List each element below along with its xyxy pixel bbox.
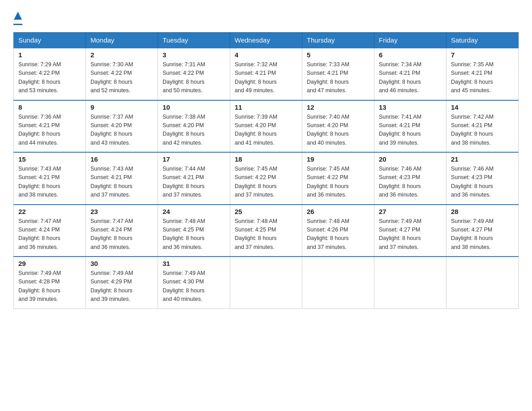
calendar-cell: 4 Sunrise: 7:32 AMSunset: 4:21 PMDayligh… [230, 48, 302, 100]
col-header-tuesday: Tuesday [158, 33, 230, 48]
calendar-cell: 13 Sunrise: 7:41 AMSunset: 4:21 PMDaylig… [374, 100, 446, 153]
day-info: Sunrise: 7:49 AMSunset: 4:28 PMDaylight:… [18, 269, 81, 304]
calendar-cell [230, 257, 302, 308]
day-number: 28 [451, 208, 514, 215]
col-header-friday: Friday [374, 33, 446, 48]
day-info: Sunrise: 7:43 AMSunset: 4:21 PMDaylight:… [90, 165, 153, 200]
calendar-cell [302, 257, 374, 308]
day-info: Sunrise: 7:38 AMSunset: 4:20 PMDaylight:… [163, 113, 225, 148]
day-number: 17 [163, 155, 225, 163]
day-number: 15 [18, 155, 81, 163]
day-info: Sunrise: 7:42 AMSunset: 4:21 PMDaylight:… [451, 113, 514, 148]
day-number: 2 [90, 51, 153, 59]
day-info: Sunrise: 7:37 AMSunset: 4:20 PMDaylight:… [90, 113, 153, 148]
day-info: Sunrise: 7:46 AMSunset: 4:23 PMDaylight:… [379, 165, 442, 200]
calendar-cell: 7 Sunrise: 7:35 AMSunset: 4:21 PMDayligh… [446, 48, 519, 100]
day-number: 13 [379, 103, 442, 111]
day-number: 5 [307, 51, 369, 59]
day-info: Sunrise: 7:30 AMSunset: 4:22 PMDaylight:… [90, 60, 153, 95]
day-info: Sunrise: 7:46 AMSunset: 4:23 PMDaylight:… [451, 165, 514, 200]
calendar-cell: 28 Sunrise: 7:49 AMSunset: 4:27 PMDaylig… [446, 205, 519, 257]
calendar-cell: 24 Sunrise: 7:48 AMSunset: 4:25 PMDaylig… [158, 205, 230, 257]
day-info: Sunrise: 7:45 AMSunset: 4:22 PMDaylight:… [235, 165, 297, 200]
svg-marker-0 [14, 12, 22, 20]
calendar-cell: 26 Sunrise: 7:48 AMSunset: 4:26 PMDaylig… [302, 205, 374, 257]
day-info: Sunrise: 7:39 AMSunset: 4:20 PMDaylight:… [235, 113, 297, 148]
day-number: 18 [235, 155, 297, 163]
day-info: Sunrise: 7:49 AMSunset: 4:27 PMDaylight:… [379, 217, 442, 252]
calendar-cell: 3 Sunrise: 7:31 AMSunset: 4:22 PMDayligh… [158, 48, 230, 100]
day-info: Sunrise: 7:40 AMSunset: 4:20 PMDaylight:… [307, 113, 369, 148]
day-number: 16 [90, 155, 153, 163]
day-info: Sunrise: 7:49 AMSunset: 4:30 PMDaylight:… [163, 269, 225, 304]
calendar-cell: 18 Sunrise: 7:45 AMSunset: 4:22 PMDaylig… [230, 152, 302, 205]
col-header-monday: Monday [86, 33, 158, 48]
week-row-2: 8 Sunrise: 7:36 AMSunset: 4:21 PMDayligh… [14, 100, 519, 153]
day-info: Sunrise: 7:47 AMSunset: 4:24 PMDaylight:… [90, 217, 153, 252]
col-header-sunday: Sunday [14, 33, 86, 48]
calendar-cell: 25 Sunrise: 7:48 AMSunset: 4:25 PMDaylig… [230, 205, 302, 257]
day-info: Sunrise: 7:45 AMSunset: 4:22 PMDaylight:… [307, 165, 369, 200]
day-number: 11 [235, 103, 297, 111]
day-info: Sunrise: 7:32 AMSunset: 4:21 PMDaylight:… [235, 60, 297, 95]
col-header-wednesday: Wednesday [230, 33, 302, 48]
day-info: Sunrise: 7:48 AMSunset: 4:25 PMDaylight:… [235, 217, 297, 252]
calendar-header-row: SundayMondayTuesdayWednesdayThursdayFrid… [14, 33, 519, 48]
calendar-cell: 20 Sunrise: 7:46 AMSunset: 4:23 PMDaylig… [374, 152, 446, 205]
day-number: 14 [451, 103, 514, 111]
day-number: 25 [235, 208, 297, 215]
day-info: Sunrise: 7:31 AMSunset: 4:22 PMDaylight:… [163, 60, 225, 95]
calendar-cell: 5 Sunrise: 7:33 AMSunset: 4:21 PMDayligh… [302, 48, 374, 100]
day-number: 3 [163, 51, 225, 59]
calendar-cell: 30 Sunrise: 7:49 AMSunset: 4:29 PMDaylig… [86, 257, 158, 308]
day-info: Sunrise: 7:29 AMSunset: 4:22 PMDaylight:… [18, 60, 81, 95]
day-number: 19 [307, 155, 369, 163]
calendar-cell [374, 257, 446, 308]
logo-triangle-icon [14, 12, 22, 20]
day-number: 26 [307, 208, 369, 215]
calendar-cell: 23 Sunrise: 7:47 AMSunset: 4:24 PMDaylig… [86, 205, 158, 257]
day-info: Sunrise: 7:43 AMSunset: 4:21 PMDaylight:… [18, 165, 81, 200]
day-info: Sunrise: 7:44 AMSunset: 4:21 PMDaylight:… [163, 165, 225, 200]
day-info: Sunrise: 7:41 AMSunset: 4:21 PMDaylight:… [379, 113, 442, 148]
day-number: 4 [235, 51, 297, 59]
day-info: Sunrise: 7:34 AMSunset: 4:21 PMDaylight:… [379, 60, 442, 95]
day-info: Sunrise: 7:48 AMSunset: 4:25 PMDaylight:… [163, 217, 225, 252]
calendar-cell: 16 Sunrise: 7:43 AMSunset: 4:21 PMDaylig… [86, 152, 158, 205]
calendar-cell: 17 Sunrise: 7:44 AMSunset: 4:21 PMDaylig… [158, 152, 230, 205]
page-header [13, 9, 519, 25]
day-number: 12 [307, 103, 369, 111]
week-row-4: 22 Sunrise: 7:47 AMSunset: 4:24 PMDaylig… [14, 205, 519, 257]
day-number: 31 [163, 260, 225, 267]
day-info: Sunrise: 7:47 AMSunset: 4:24 PMDaylight:… [18, 217, 81, 252]
week-row-3: 15 Sunrise: 7:43 AMSunset: 4:21 PMDaylig… [14, 152, 519, 205]
day-number: 30 [90, 260, 153, 267]
day-number: 23 [90, 208, 153, 215]
day-number: 8 [18, 103, 81, 111]
day-number: 21 [451, 155, 514, 163]
col-header-thursday: Thursday [302, 33, 374, 48]
calendar-cell: 10 Sunrise: 7:38 AMSunset: 4:20 PMDaylig… [158, 100, 230, 153]
calendar-cell: 21 Sunrise: 7:46 AMSunset: 4:23 PMDaylig… [446, 152, 519, 205]
day-number: 1 [18, 51, 81, 59]
day-info: Sunrise: 7:33 AMSunset: 4:21 PMDaylight:… [307, 60, 369, 95]
calendar-cell: 11 Sunrise: 7:39 AMSunset: 4:20 PMDaylig… [230, 100, 302, 153]
calendar-cell: 29 Sunrise: 7:49 AMSunset: 4:28 PMDaylig… [14, 257, 86, 308]
calendar-cell: 31 Sunrise: 7:49 AMSunset: 4:30 PMDaylig… [158, 257, 230, 308]
calendar-cell: 19 Sunrise: 7:45 AMSunset: 4:22 PMDaylig… [302, 152, 374, 205]
calendar-cell: 12 Sunrise: 7:40 AMSunset: 4:20 PMDaylig… [302, 100, 374, 153]
day-number: 7 [451, 51, 514, 59]
week-row-5: 29 Sunrise: 7:49 AMSunset: 4:28 PMDaylig… [14, 257, 519, 308]
day-info: Sunrise: 7:35 AMSunset: 4:21 PMDaylight:… [451, 60, 514, 95]
day-number: 27 [379, 208, 442, 215]
calendar-cell: 22 Sunrise: 7:47 AMSunset: 4:24 PMDaylig… [14, 205, 86, 257]
day-number: 20 [379, 155, 442, 163]
calendar-cell: 27 Sunrise: 7:49 AMSunset: 4:27 PMDaylig… [374, 205, 446, 257]
calendar-cell: 6 Sunrise: 7:34 AMSunset: 4:21 PMDayligh… [374, 48, 446, 100]
day-number: 29 [18, 260, 81, 267]
calendar-cell: 15 Sunrise: 7:43 AMSunset: 4:21 PMDaylig… [14, 152, 86, 205]
day-info: Sunrise: 7:49 AMSunset: 4:29 PMDaylight:… [90, 269, 153, 304]
logo-underline [13, 24, 22, 25]
calendar-cell: 9 Sunrise: 7:37 AMSunset: 4:20 PMDayligh… [86, 100, 158, 153]
day-info: Sunrise: 7:36 AMSunset: 4:21 PMDaylight:… [18, 113, 81, 148]
